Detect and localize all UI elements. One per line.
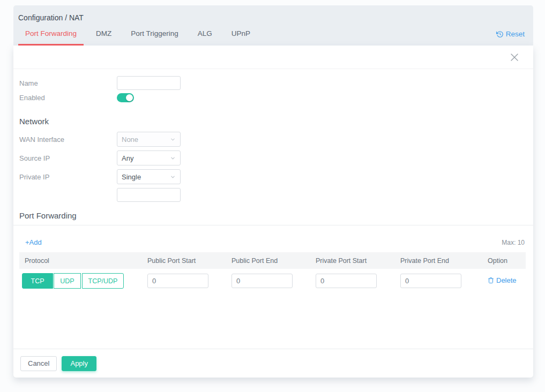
delete-row-button[interactable]: Delete [488,276,517,284]
port-forwarding-rule-modal: Name Enabled Network WAN Interface None [13,46,533,378]
wan-interface-label: WAN Interface [19,135,117,144]
protocol-tcp-udp-button[interactable]: TCP/UDP [82,273,124,289]
trash-icon [488,277,494,284]
public-port-end-cell [232,274,316,288]
cancel-button[interactable]: Cancel [20,356,57,371]
column-header-private-port-start: Private Port Start [316,257,400,265]
reset-label: Reset [506,30,525,38]
card-header: Configuration / NAT Port Forwarding DMZ … [13,5,533,46]
enabled-label: Enabled [19,94,117,102]
port-forwarding-section-heading: Port Forwarding [19,211,526,220]
private-ip-label: Private IP [19,173,117,181]
enabled-row: Enabled [19,93,526,102]
wan-interface-value: None [122,135,138,144]
private-port-end-input[interactable] [400,274,461,288]
public-port-start-cell [147,274,232,288]
private-ip-address-row [117,188,526,202]
protocol-segmented-control: TCP UDP TCP/UDP [22,273,124,289]
close-icon[interactable] [509,51,520,63]
tab-port-triggering[interactable]: Port Triggering [124,25,185,46]
private-ip-mode-select[interactable]: Single [117,169,181,184]
protocol-tcp-button[interactable]: TCP [22,273,53,289]
private-ip-row: Private IP Single [19,169,526,184]
private-ip-address-input[interactable] [117,188,181,202]
reset-history-icon [496,31,504,38]
add-rule-button[interactable]: +Add [25,238,42,246]
wan-interface-select[interactable]: None [117,132,181,147]
tab-alg[interactable]: ALG [191,25,219,46]
option-cell: Delete [486,276,526,286]
modal-header [13,46,533,69]
column-header-protocol: Protocol [19,257,147,265]
modal-body: Name Enabled Network WAN Interface None [13,69,533,349]
column-header-option: Option [486,257,526,265]
chevron-down-icon [170,174,176,180]
table-toolbar: +Add Max: 10 [19,225,526,252]
tabs: Port Forwarding DMZ Port Triggering ALG … [18,25,263,46]
source-ip-row: Source IP Any [19,150,526,165]
private-port-end-cell [400,274,486,288]
source-ip-select[interactable]: Any [117,150,181,165]
protocol-udp-button[interactable]: UDP [54,273,81,289]
modal-footer: Cancel Apply [13,349,533,378]
name-input[interactable] [117,76,181,90]
enabled-toggle[interactable] [117,93,134,102]
name-label: Name [19,79,117,87]
apply-button[interactable]: Apply [62,356,96,371]
column-header-public-port-end: Public Port End [232,257,316,265]
reset-button[interactable]: Reset [496,30,525,46]
table-row: TCP UDP TCP/UDP [19,273,526,289]
name-row: Name [19,76,526,90]
tab-upnp[interactable]: UPnP [225,25,257,46]
private-ip-mode-value: Single [122,173,141,181]
wan-interface-row: WAN Interface None [19,132,526,147]
tab-dmz[interactable]: DMZ [89,25,118,46]
network-section-heading: Network [19,117,526,126]
tab-bar: Port Forwarding DMZ Port Triggering ALG … [18,22,525,46]
breadcrumb: Configuration / NAT [18,5,525,22]
max-rules-label: Max: 10 [502,239,525,246]
public-port-start-input[interactable] [147,274,208,288]
source-ip-label: Source IP [19,154,117,162]
protocol-cell: TCP UDP TCP/UDP [19,273,147,289]
source-ip-value: Any [122,154,133,162]
private-port-start-input[interactable] [316,274,377,288]
toggle-knob [126,94,133,101]
public-port-end-input[interactable] [232,274,293,288]
tab-port-forwarding[interactable]: Port Forwarding [18,25,84,46]
column-header-private-port-end: Private Port End [400,257,486,265]
nat-configuration-page: Configuration / NAT Port Forwarding DMZ … [0,0,545,378]
chevron-down-icon [170,155,176,161]
table-header-row: Protocol Public Port Start Public Port E… [19,252,526,269]
delete-label: Delete [496,276,517,284]
private-port-start-cell [316,274,400,288]
chevron-down-icon [170,137,176,142]
column-header-public-port-start: Public Port Start [147,257,232,265]
